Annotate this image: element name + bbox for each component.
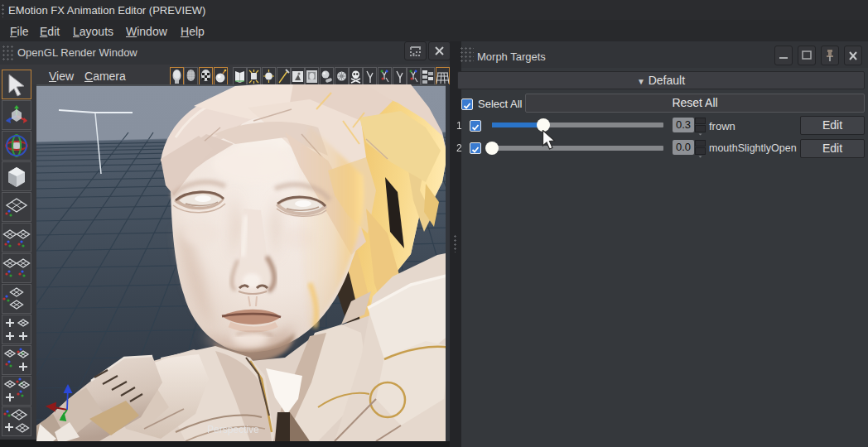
svg-text:Perspective: Perspective [207,424,259,435]
